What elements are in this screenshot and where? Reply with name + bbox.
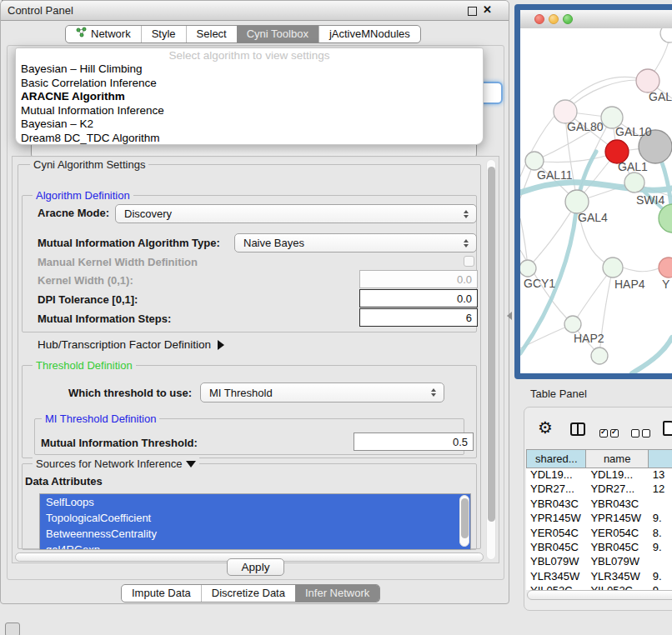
dpi-tolerance-label: DPI Tolerance [0,1]:	[38, 293, 138, 306]
table-row[interactable]: YDR27...YDR27...12	[526, 482, 672, 497]
tab-label-jactivemnodules: jActiveMNodules	[329, 26, 410, 42]
attribute-item-betweennesscentrality[interactable]: BetweennessCentrality	[40, 526, 470, 542]
close-icon[interactable]: ✕	[483, 3, 492, 16]
column-header-cut[interactable]	[649, 449, 672, 468]
table-row[interactable]: YPR145WYPR145W9.	[526, 512, 672, 526]
close-traffic-light-icon[interactable]	[534, 14, 544, 24]
minimized-panel-icon[interactable]	[5, 622, 20, 635]
table-cell: YLR345W	[586, 570, 648, 584]
tab-label-network: Network	[91, 26, 131, 42]
tab-infer-network[interactable]: Infer Network	[295, 585, 379, 602]
network-node-gal4[interactable]	[565, 190, 589, 213]
algorithm-item-basic-correlation-inference[interactable]: Basic Correlation Inference	[16, 77, 483, 91]
mi-threshold-field[interactable]: 0.5	[354, 432, 474, 451]
table-row[interactable]: YLR345WYLR345W9.	[526, 570, 672, 584]
attribute-item-topologicalcoefficient[interactable]: TopologicalCoefficient	[40, 510, 470, 526]
which-threshold-value: MI Threshold	[209, 387, 273, 399]
attribute-list-scrollbar[interactable]	[459, 495, 469, 547]
panel-divider-handle[interactable]	[507, 312, 512, 320]
page-icon[interactable]	[663, 421, 672, 436]
data-attributes-list[interactable]: SelfLoopsTopologicalCoefficientBetweenne…	[39, 493, 471, 550]
network-icon	[76, 26, 87, 42]
tab-cyni-toolbox[interactable]: Cyni Toolbox	[237, 26, 318, 42]
hub-section[interactable]: Hub/Transcription Factor Definition	[38, 338, 224, 351]
float-window-icon[interactable]	[468, 7, 477, 16]
split-columns-icon[interactable]	[570, 422, 585, 436]
apply-button[interactable]: Apply	[227, 558, 284, 576]
table-row[interactable]: YBR045CYBR045C9.	[526, 541, 672, 555]
table-cell: YER054C	[586, 527, 648, 541]
node-label-gal80: GAL80	[567, 120, 604, 133]
network-node-hap4[interactable]	[603, 258, 623, 278]
attribute-item-gal4rgexp[interactable]: gal4RGexp	[40, 542, 470, 550]
tab-label-style: Style	[152, 26, 176, 42]
algorithm-item-dream8-dc-tdc-algorithm[interactable]: Dream8 DC_TDC Algorithm	[16, 132, 483, 146]
table-row[interactable]: YDL19...YDL19...13	[526, 468, 672, 482]
table-cell: YDR27...	[586, 482, 648, 497]
minimize-traffic-light-icon[interactable]	[549, 14, 559, 24]
table-row[interactable]: YBR043CYBR043C	[526, 498, 672, 512]
column-header-name[interactable]: name	[586, 449, 648, 468]
table-row[interactable]: YBL079WYBL079W	[526, 555, 672, 569]
tab-select[interactable]: Select	[186, 26, 237, 42]
unchecked-pair-icon[interactable]	[631, 426, 653, 441]
network-canvas[interactable]: GALGAL80GAL10GAL1GAL11SWI4GAL4GCY1HAP4YH…	[520, 28, 672, 373]
stepper-arrows-icon	[459, 239, 476, 248]
dpi-tolerance-field[interactable]: 0.0	[359, 289, 478, 308]
which-threshold-combo[interactable]: MI Threshold	[200, 382, 444, 402]
aracne-mode-label: Aracne Mode:	[38, 207, 109, 219]
network-node-gal11[interactable]	[525, 152, 544, 170]
table-cell: YDR27...	[526, 482, 586, 497]
table-cell: YLR345W	[526, 570, 586, 584]
algorithm-select-popup: Select algorithm to view settings Bayesi…	[15, 48, 484, 145]
algorithm-definition-title: Algorithm Definition	[33, 189, 133, 202]
mi-steps-field[interactable]: 6	[359, 308, 478, 327]
tab-impute-data[interactable]: Impute Data	[122, 585, 201, 602]
network-node-swi4[interactable]	[624, 172, 644, 192]
network-node-gal[interactable]	[636, 69, 659, 92]
table-cell: YBL079W	[526, 555, 586, 569]
checked-pair-icon[interactable]	[599, 426, 621, 441]
tab-network[interactable]: Network	[66, 26, 141, 42]
sources-group-title[interactable]: Sources for Network Inference	[33, 458, 199, 470]
table-horizontal-scrollbar[interactable]	[527, 590, 672, 600]
expand-right-icon	[218, 340, 224, 350]
mi-type-value: Naive Bayes	[243, 237, 304, 249]
tab-style[interactable]: Style	[141, 26, 186, 42]
table-cell: YDL19...	[586, 468, 648, 482]
table-cell: YPR145W	[586, 512, 648, 526]
table-row[interactable]: YIL052CYIL052C9.	[526, 584, 672, 590]
manual-kernel-checkbox[interactable]	[464, 256, 474, 267]
table-cell: YPR145W	[526, 512, 586, 526]
algorithm-item-bayesian-k2[interactable]: Bayesian – K2	[16, 118, 483, 132]
control-panel-titlebar: Control Panel ✕	[1, 1, 509, 21]
table-cell: YIL052C	[586, 584, 648, 590]
attribute-item-selfloops[interactable]: SelfLoops	[40, 494, 470, 510]
stepper-arrows-icon	[459, 210, 476, 218]
algorithm-item-mutual-information-inference[interactable]: Mutual Information Inference	[16, 104, 483, 118]
settings-vertical-scrollbar[interactable]	[486, 159, 496, 560]
aracne-mode-combo[interactable]: Discovery	[115, 204, 477, 223]
network-node[interactable]	[591, 348, 608, 364]
algorithm-item-bayesian-hill-climbing[interactable]: Bayesian – Hill Climbing	[16, 62, 483, 77]
table-cell: 13	[649, 468, 672, 482]
gear-icon[interactable]: ⚙	[538, 418, 553, 438]
column-header-shared[interactable]: shared...	[526, 449, 586, 468]
mi-type-combo[interactable]: Naive Bayes	[234, 233, 477, 252]
table-cell: 8.	[649, 527, 672, 541]
tab-label-select: Select	[197, 26, 227, 42]
kernel-width-field[interactable]: 0.0	[359, 270, 478, 288]
cyni-algorithm-settings-title: Cyni Algorithm Settings	[30, 158, 148, 171]
network-node-gcy1[interactable]	[520, 260, 536, 277]
network-node-hap2[interactable]	[564, 316, 581, 332]
tab-jactivemnodules[interactable]: jActiveMNodules	[318, 26, 420, 42]
network-node[interactable]	[660, 28, 672, 42]
table-cell: YBR045C	[526, 541, 586, 555]
table-row[interactable]: YER054CYER054C8.	[526, 527, 672, 541]
zoom-traffic-light-icon[interactable]	[563, 14, 573, 24]
cyni-bottom-tabbar: Impute DataDiscretize DataInfer Network	[121, 584, 380, 602]
algorithm-item-aracne-algorithm[interactable]: ARACNE Algorithm	[16, 90, 483, 104]
network-node-y[interactable]	[659, 258, 672, 278]
mi-steps-label: Mutual Information Steps:	[38, 312, 171, 325]
tab-discretize-data[interactable]: Discretize Data	[201, 585, 295, 602]
